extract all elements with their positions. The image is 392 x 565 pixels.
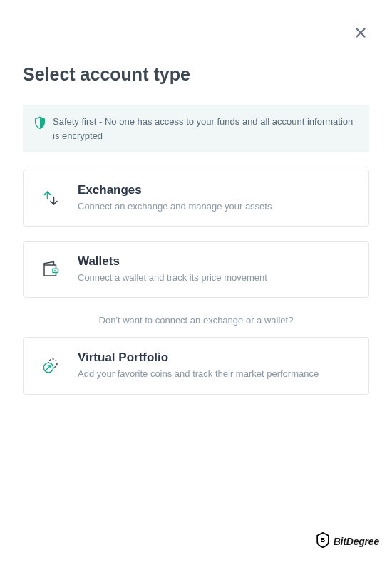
option-exchanges-desc: Connect an exchange and manage your asse… bbox=[78, 200, 354, 213]
exchanges-icon bbox=[38, 185, 63, 211]
separator-text: Don't want to connect an exchange or a w… bbox=[23, 315, 369, 326]
bitdegree-logo-icon: B bbox=[316, 532, 330, 551]
svg-point-1 bbox=[54, 270, 56, 271]
safety-message: Safety first - No one has access to your… bbox=[53, 115, 358, 142]
close-icon bbox=[353, 25, 368, 41]
option-wallets[interactable]: Wallets Connect a wallet and track its p… bbox=[23, 241, 369, 298]
wallet-icon bbox=[38, 256, 63, 282]
watermark: B BitDegree bbox=[313, 531, 382, 552]
close-button[interactable] bbox=[351, 23, 371, 43]
option-virtual-portfolio[interactable]: Virtual Portfolio Add your favorite coin… bbox=[23, 337, 369, 394]
option-virtual-desc: Add your favorite coins and track their … bbox=[78, 368, 354, 380]
option-virtual-title: Virtual Portfolio bbox=[78, 351, 354, 365]
svg-text:B: B bbox=[320, 536, 325, 544]
option-wallets-desc: Connect a wallet and track its price mov… bbox=[78, 271, 354, 284]
page-title: Select account type bbox=[23, 64, 369, 85]
watermark-text: BitDegree bbox=[334, 536, 379, 547]
option-exchanges[interactable]: Exchanges Connect an exchange and manage… bbox=[23, 170, 369, 227]
option-exchanges-title: Exchanges bbox=[78, 183, 354, 197]
option-wallets-title: Wallets bbox=[78, 254, 354, 269]
virtual-portfolio-icon bbox=[38, 353, 63, 378]
safety-banner: Safety first - No one has access to your… bbox=[23, 105, 369, 152]
shield-icon bbox=[34, 116, 46, 132]
